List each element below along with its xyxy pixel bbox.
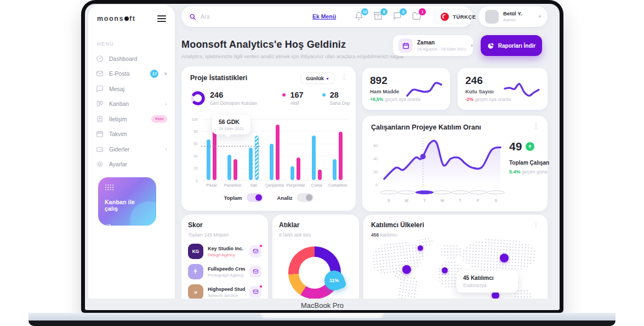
x-axis-label: Pazartesi (222, 183, 243, 188)
user-role: Admin (503, 18, 522, 23)
map-continent-dots (461, 237, 537, 275)
send-mail-button[interactable] (249, 266, 261, 278)
map-marker-endonezya[interactable] (492, 291, 499, 299)
sidebar-item-label: Kanban (109, 100, 159, 107)
sidebar-item-ayarlar[interactable]: Ayarlar (88, 157, 175, 172)
promo-title: Kanban ile çalış (105, 199, 150, 212)
kpi-card-ham-madde: 892 Ham Madde +6,5% geçen aya oranla (362, 68, 450, 110)
x-axis-label: Pazar (201, 183, 222, 188)
chart-toggles: Toplam Analiz (181, 193, 356, 202)
folder-button[interactable]: 1 (412, 12, 422, 21)
extra-menu-link[interactable]: Ek Menü (312, 13, 336, 20)
user-name: Betül Y. (503, 10, 522, 16)
map-marker-g-ney-amerika[interactable] (402, 265, 411, 274)
macbook-base (29, 321, 615, 326)
analiz-switch[interactable] (297, 193, 314, 202)
chat-button[interactable]: 2 (393, 12, 403, 21)
bar-group-cumartesi (327, 119, 348, 180)
sidebar-item-giderler[interactable]: Giderler› (88, 142, 175, 157)
line-chart-markers (380, 190, 505, 194)
client-row-key-studio-inc[interactable]: KG Key Studio Inc. Design Agency (188, 243, 261, 260)
bar-chart-y-axis: 020406080100 (186, 119, 198, 181)
stat-active: 167Aktif (282, 91, 303, 106)
sidebar-menu: DashboardE-Posta17▾MesajKanban›İletişimY… (88, 51, 175, 172)
sidebar-item-kanban[interactable]: Kanban› (88, 97, 175, 112)
bar-group-ar-amba (264, 119, 285, 180)
gear-icon (96, 160, 104, 168)
avatar (485, 10, 499, 24)
client-row-highspeed-studios[interactable]: » Highspeed Studios Network Service (188, 284, 261, 299)
topbar: Ek Menü 12621 TÜRKÇE ▾ (181, 6, 472, 27)
client-row-fullspeedo-crew[interactable]: Fullspeedo Crew Photograph Agency (188, 263, 261, 280)
x-axis-label: W (434, 198, 452, 203)
line-chart-y-axis: 0204060 (367, 138, 378, 185)
count-badge: 6 (380, 8, 387, 15)
time-filter-label: Zaman (417, 40, 466, 46)
waste-donut-chart: 11% (288, 246, 341, 299)
x-axis-label: T (415, 198, 434, 203)
count-badge: 2 (400, 8, 407, 15)
archive-button[interactable]: 6 (374, 12, 384, 21)
kebab-menu-icon[interactable]: ⋮ (533, 122, 540, 130)
chevron-down-icon: ▾ (538, 14, 541, 19)
bar-analiz-cumartesi (339, 132, 343, 180)
toggle-toplam: Toplam (224, 193, 263, 202)
bar-analiz-pazar (213, 130, 216, 180)
period-dropdown[interactable]: Günlük▼ (300, 72, 335, 84)
send-mail-button[interactable] (249, 286, 261, 298)
time-filter[interactable]: Zaman 28 Ağustos - 28 Ekim 2021 ▾ (393, 35, 473, 56)
bar-toplam-sal (249, 148, 253, 180)
toggle-analiz: Analiz (277, 193, 314, 202)
kebab-menu-icon[interactable]: ⋮ (341, 73, 348, 81)
map-marker-avrupa[interactable] (442, 267, 448, 273)
bar-group-cuma (306, 119, 327, 180)
send-mail-button[interactable] (249, 245, 261, 257)
sidebar-item-e-posta[interactable]: E-Posta17▾ (88, 66, 175, 82)
sidebar-item-label: Dashboard (109, 55, 167, 62)
bell-button[interactable]: 12 (355, 12, 364, 21)
menu-section-label: Menü (88, 24, 175, 51)
calendar-icon (96, 130, 104, 138)
client-avatar: KG (188, 244, 203, 259)
mail-icon (96, 70, 104, 77)
download-reports-label: Raporları İndir (498, 43, 535, 49)
chat-icon (96, 85, 104, 93)
map-marker-kanada[interactable] (418, 245, 423, 251)
sidebar-item-mesaj[interactable]: Mesaj (88, 81, 175, 97)
user-profile[interactable]: Betül Y. Admin ▾ (478, 6, 548, 27)
sidebar-item-dashboard[interactable]: Dashboard (88, 51, 175, 66)
x-marker-dot (415, 190, 434, 194)
x-axis-label: Perşembe (285, 183, 306, 188)
new-tag: Yeni (151, 115, 167, 123)
legend-dot-pink (282, 93, 286, 97)
menu-toggle-button[interactable] (157, 14, 166, 24)
chevron-right-icon: › (165, 101, 167, 107)
grid-dots-icon (105, 184, 114, 191)
x-marker-dot (398, 190, 416, 194)
sidebar-item-takvim[interactable]: Takvim (88, 127, 175, 142)
arrow-right-icon[interactable]: → (105, 220, 150, 226)
participation-total: 49 Toplam Çalışan 5.4% geçen güne (509, 140, 549, 175)
bar-analiz-sal (255, 136, 259, 180)
macbook-deck (29, 313, 615, 321)
kanban-promo-card[interactable]: Kanban ile çalış → (98, 177, 156, 226)
bar-toplam-pazar (207, 139, 210, 180)
kpi-card-kutu-sayisi: 246 Kutu Sayısı -2% geçen aya oranla (458, 68, 548, 110)
sidebar-item-label: Takvim (109, 131, 167, 137)
chevron-right-icon: › (165, 146, 167, 152)
kebab-menu-icon[interactable]: ⋮ (533, 221, 540, 229)
sidebar-item-i-leti-im[interactable]: İletişimYeni (88, 111, 175, 127)
search-bar[interactable] (189, 13, 288, 20)
x-marker-dot (380, 190, 398, 194)
bar-analiz-per-embe (297, 158, 300, 180)
search-input[interactable] (201, 13, 288, 20)
dashboard-content: moonsft Menü DashboardE-Posta17▾MesajKan… (85, 4, 560, 299)
bar-analiz-cuma (318, 170, 322, 180)
toplam-switch[interactable] (247, 193, 263, 202)
stat-offsite: 28Saha Dışı (322, 91, 350, 106)
page-background: moonsft Menü DashboardE-Posta17▾MesajKan… (0, 0, 644, 326)
client-avatar: » (188, 284, 203, 299)
x-marker-dot (434, 190, 452, 194)
sidebar-item-label: İletişim (109, 116, 146, 122)
download-reports-button[interactable]: Raporları İndir (481, 35, 542, 56)
